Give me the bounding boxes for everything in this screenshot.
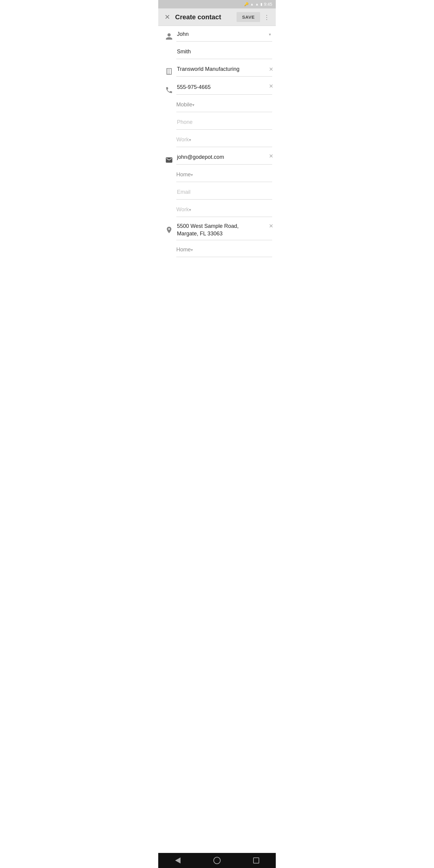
email-icon [162,150,176,166]
email2-type-label[interactable]: Work [176,207,189,213]
name-fields: ▾ [176,27,272,60]
company-field-wrapper [176,62,272,76]
phone2-field-wrapper [176,115,272,130]
phone-clear-button[interactable]: ✕ [269,83,273,90]
building-icon [162,62,176,78]
email1-type-chevron-icon[interactable]: ▾ [191,173,194,177]
address-clear-button[interactable]: ✕ [269,223,273,229]
more-icon: ⋮ [264,13,270,21]
phone2-type-label[interactable]: Work [176,136,189,143]
phone1-field-wrapper [176,80,272,95]
address-label-wrapper: Home ▾ [176,243,272,257]
firstname-chevron-icon[interactable]: ▾ [269,32,272,37]
status-bar: 🔑 ▲ ▲ ▮ 9:45 [158,0,276,8]
phone2-label-wrapper: Work ▾ [176,133,272,147]
address-type-chevron-icon[interactable]: ▾ [191,247,194,252]
company-fields [176,62,272,77]
phone1-type-label[interactable]: Mobile [176,101,192,108]
phone2-input[interactable] [176,117,272,128]
address-fields: 5500 West Sample Road, Margate, FL 33063… [176,220,272,258]
phone2-type-chevron-icon[interactable]: ▾ [189,137,192,142]
form-container: ▾ ✕ [158,26,276,277]
signal-icon: ▲ [255,2,259,6]
battery-icon: ▮ [260,2,262,6]
status-time: 9:45 [264,2,272,7]
email2-type-chevron-icon[interactable]: ▾ [189,207,192,212]
close-icon: ✕ [164,13,170,21]
key-icon: 🔑 [244,2,249,6]
email-clear-button[interactable]: ✕ [269,153,273,159]
name-section: ▾ [158,26,276,61]
phone-section: Mobile ▾ Work ▾ ✕ [158,79,276,149]
email1-type-label[interactable]: Home [176,172,191,178]
company-input[interactable] [176,64,272,75]
address-section: 5500 West Sample Road, Margate, FL 33063… [158,219,276,259]
email1-label-wrapper: Home ▾ [176,167,272,182]
phone1-label-wrapper: Mobile ▾ [176,98,272,112]
company-clear-button[interactable]: ✕ [269,66,273,73]
email2-input[interactable] [176,187,272,198]
page-title: Create contact [175,13,237,21]
email2-field-wrapper [176,185,272,199]
email2-label-wrapper: Work ▾ [176,203,272,217]
lastname-field-wrapper [176,44,272,59]
address-input[interactable]: 5500 West Sample Road, Margate, FL 33063 [176,220,272,240]
phone-fields: Mobile ▾ Work ▾ [176,80,272,148]
wifi-icon: ▲ [250,2,254,6]
lastname-input[interactable] [176,46,272,57]
firstname-field-wrapper: ▾ [176,27,272,41]
company-section: ✕ [158,61,276,79]
toolbar: ✕ Create contact SAVE ⋮ [158,8,276,26]
email1-field-wrapper [176,150,272,164]
email-fields: Home ▾ Work ▾ [176,150,272,218]
email-section: Home ▾ Work ▾ ✕ [158,149,276,219]
phone1-input[interactable] [176,82,272,93]
status-icons: 🔑 ▲ ▲ ▮ 9:45 [244,2,272,7]
address-type-label[interactable]: Home [176,247,191,253]
more-options-button[interactable]: ⋮ [260,10,273,24]
firstname-input[interactable] [176,29,269,40]
email1-input[interactable] [176,152,272,163]
person-icon [162,27,176,43]
save-button[interactable]: SAVE [237,12,260,22]
phone-icon [162,80,176,96]
location-icon [162,220,176,236]
close-button[interactable]: ✕ [161,10,174,24]
phone1-type-chevron-icon[interactable]: ▾ [192,102,195,107]
